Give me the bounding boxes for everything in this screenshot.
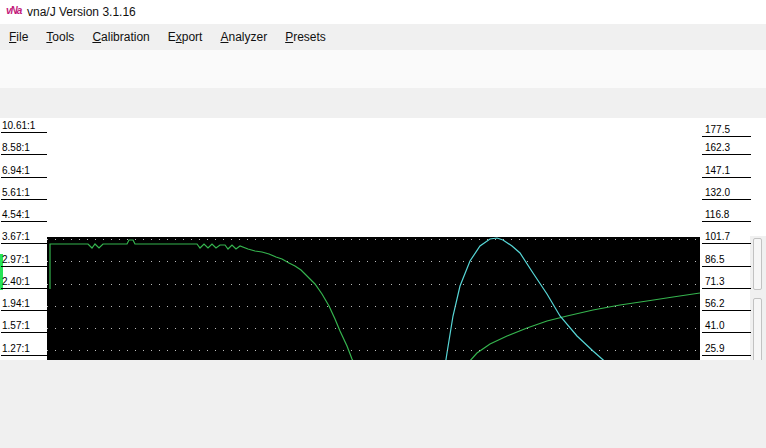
app-logo-icon: vNa — [6, 5, 21, 16]
gridline — [47, 261, 700, 262]
gridline — [47, 284, 700, 285]
controls-bar: SWR ▼ ✓ Autoscale RF PortExt. Mem: 22 / … — [0, 88, 766, 118]
menu-label-post: ools — [52, 30, 74, 44]
impedance-axis-tick-label: 116.8 — [702, 209, 751, 222]
window-title: vna/J Version 3.1.16 — [27, 5, 136, 19]
swr-axis-tick-label: 4.54:1 — [1, 209, 47, 222]
menu-label-post: ile — [16, 30, 28, 44]
toolbar: 2 MT CAL csv JPG A X — [0, 50, 766, 89]
impedance-axis-tick-label: 101.7 — [702, 231, 751, 244]
menu-item-presets[interactable]: Presets — [276, 24, 335, 49]
menu-label-post: port — [182, 30, 203, 44]
menu-item-calibration[interactable]: Calibration — [83, 24, 158, 49]
swr-axis-tick-label: 5.61:1 — [1, 187, 47, 200]
swr-axis-tick-label: 3.67:1 — [1, 231, 47, 244]
swr-axis-tick-label: 1.57:1 — [1, 320, 47, 333]
swr-axis-tick-label: 10.61:1 — [1, 120, 47, 133]
menu-item-analyzer[interactable]: Analyzer — [211, 24, 276, 49]
gridline — [47, 350, 700, 351]
swr-axis-tick-label: 6.94:1 — [1, 165, 47, 178]
swr-axis-tick-label: 2.40:1 — [1, 276, 47, 289]
menu-item-file[interactable]: File — [0, 24, 37, 49]
gridline — [47, 328, 700, 329]
chart-area: 11 27.50027.60027.70027.80027.90028.0002… — [0, 118, 766, 360]
marker-table: Freq. (Hz)RL (dB)RP (°)|Z| (Ω)Rs (Ω)Xs (… — [0, 360, 766, 448]
menu-label-key: P — [285, 30, 293, 44]
swr-axis-tick-label: 2.97:1 — [1, 254, 47, 267]
impedance-axis-tick-label: 71.3 — [702, 276, 751, 289]
gridline — [47, 239, 700, 240]
gridline — [47, 306, 700, 307]
swr-axis-tick-label: 1.27:1 — [1, 343, 47, 356]
impedance-axis-tick-label: 147.1 — [702, 165, 751, 178]
menu-label-post: alibration — [101, 30, 150, 44]
impedance-axis-tick-label: 25.9 — [702, 343, 751, 356]
menu-label-pre: E — [168, 30, 176, 44]
impedance-axis-tick-label: 132.0 — [702, 187, 751, 200]
impedance-axis-tick-label: 177.5 — [702, 124, 751, 137]
swr-axis-tick-label: 1.94:1 — [1, 298, 47, 311]
right-scrollbar-upper[interactable] — [753, 238, 762, 290]
title-bar: vNa vna/J Version 3.1.16 — [0, 0, 766, 24]
impedance-axis-tick-label: 86.5 — [702, 254, 751, 267]
menu-label-post: resets — [293, 30, 326, 44]
impedance-axis-tick-label: 162.3 — [702, 142, 751, 155]
impedance-axis-tick-label: 56.2 — [702, 298, 751, 311]
menu-item-export[interactable]: Export — [159, 24, 212, 49]
menu-label-key: C — [92, 30, 101, 44]
impedance-axis-tick-label: 41.0 — [702, 320, 751, 333]
menu-item-tools[interactable]: Tools — [37, 24, 83, 49]
swr-axis-tick-label: 8.58:1 — [1, 142, 47, 155]
menu-bar: FileToolsCalibrationExportAnalyzerPreset… — [0, 24, 766, 50]
app-window: vNa vna/J Version 3.1.16 FileToolsCalibr… — [0, 0, 766, 448]
menu-label-post: nalyzer — [228, 30, 267, 44]
